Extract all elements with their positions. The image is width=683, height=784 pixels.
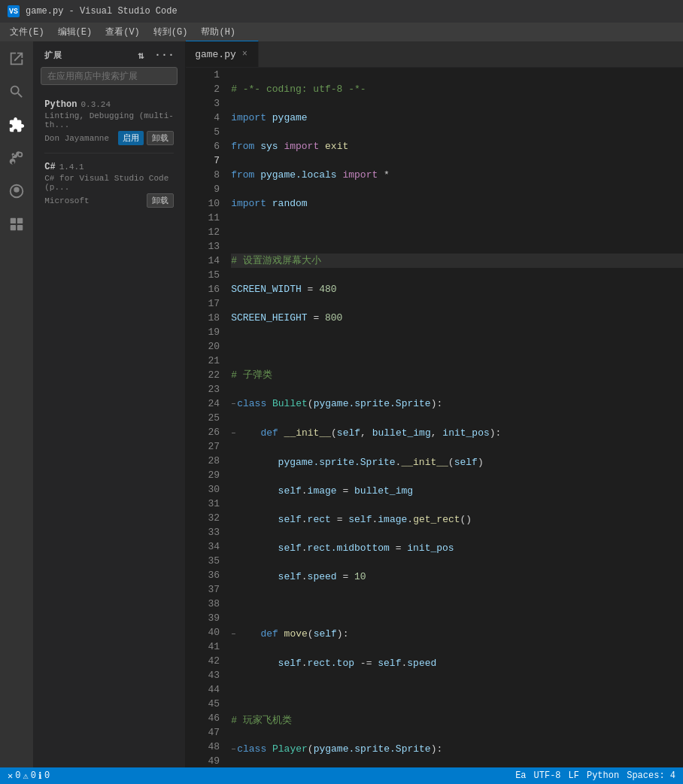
ext-python-version: 0.3.24 (80, 100, 111, 109)
status-line-ending[interactable]: LF (569, 770, 579, 781)
sidebar: 扩展 ⇅ ··· Python0.3.24 Linting, Debugging… (33, 41, 186, 767)
activity-debug[interactable] (3, 178, 30, 205)
tab-close-btn[interactable]: × (241, 48, 249, 60)
status-right: Ea UTF-8 LF Python Spaces: 4 (515, 770, 675, 781)
title-text: game.py - Visual Studio Code (26, 6, 178, 17)
sidebar-title: 扩展 (44, 50, 62, 61)
ext-python-disable-btn[interactable]: 卸载 (147, 131, 174, 145)
ext-csharp-author: Microsoft (44, 196, 89, 205)
code-editor[interactable]: 1 2 3 4 5 6 7 8 9 10 11 12 13 14 15 16 1… (186, 68, 683, 767)
title-bar: VS game.py - Visual Studio Code (0, 0, 683, 23)
ext-python-author: Don Jayamanne (44, 134, 109, 143)
svg-rect-1 (17, 218, 23, 223)
activity-search[interactable] (3, 78, 30, 105)
line-numbers: 1 2 3 4 5 6 7 8 9 10 11 12 13 14 15 16 1… (186, 68, 227, 767)
menu-edit[interactable]: 编辑(E) (52, 23, 99, 41)
menu-goto[interactable]: 转到(G) (147, 23, 194, 41)
status-python-indicator[interactable]: Ea (515, 770, 526, 781)
menu-view[interactable]: 查看(V) (99, 23, 146, 41)
ext-csharp-desc: C# for Visual Studio Code (p... (44, 174, 174, 192)
ext-python-enable-btn[interactable]: 启用 (118, 131, 144, 145)
error-count: 0 (15, 770, 20, 781)
main-layout: 扩展 ⇅ ··· Python0.3.24 Linting, Debugging… (0, 41, 683, 767)
svg-rect-2 (11, 225, 16, 230)
status-encoding[interactable]: UTF-8 (534, 770, 561, 781)
info-count: 0 (44, 770, 50, 781)
ext-python-desc: Linting, Debugging (multi-th... (44, 111, 174, 129)
activity-git[interactable] (3, 144, 30, 172)
activity-remote[interactable] (3, 211, 30, 238)
editor-area: game.py × 1 2 3 4 5 6 7 8 9 10 11 12 13 … (186, 41, 683, 767)
sidebar-more-icon[interactable]: ··· (151, 47, 178, 63)
app-icon: VS (8, 5, 20, 17)
tab-gamepy[interactable]: game.py × (186, 41, 259, 67)
extensions-section: Python0.3.24 Linting, Debugging (multi-t… (33, 91, 185, 215)
language-text: Python (587, 770, 619, 781)
svg-rect-0 (11, 218, 16, 223)
status-left: ✕ 0 ⚠ 0 ℹ 0 (8, 770, 50, 782)
sidebar-sort-icon[interactable]: ⇅ (135, 47, 147, 63)
status-errors[interactable]: ✕ 0 ⚠ 0 ℹ 0 (8, 770, 50, 782)
spaces-text: Spaces: 4 (627, 770, 675, 781)
status-bar: ✕ 0 ⚠ 0 ℹ 0 Ea UTF-8 LF Python Spaces: 4 (0, 767, 683, 784)
warning-count: 0 (31, 770, 36, 781)
error-icon: ✕ (8, 770, 13, 782)
extension-csharp[interactable]: C#1.4.1 C# for Visual Studio Code (p... … (41, 156, 178, 212)
encoding-text: UTF-8 (534, 770, 561, 781)
status-language[interactable]: Python (587, 770, 619, 781)
status-spaces[interactable]: Spaces: 4 (627, 770, 675, 781)
svg-rect-3 (17, 225, 23, 230)
sidebar-header-icons: ⇅ ··· (135, 47, 178, 63)
ext-csharp-version: 1.4.1 (59, 163, 84, 172)
menu-bar: 文件(E) 编辑(E) 查看(V) 转到(G) 帮助(H) (0, 23, 683, 41)
menu-file[interactable]: 文件(E) (4, 23, 50, 41)
menu-help[interactable]: 帮助(H) (195, 23, 241, 41)
ext-csharp-name: C# (44, 162, 55, 172)
ext-python-name: Python (44, 99, 77, 110)
activity-explorer[interactable] (3, 45, 30, 72)
activity-bar (0, 41, 33, 767)
line-ending-text: LF (569, 770, 579, 781)
extension-search-input[interactable] (41, 67, 178, 85)
info-icon: ℹ (38, 770, 42, 782)
code-content[interactable]: # -*- coding: utf-8 -*- import pygame fr… (227, 68, 683, 767)
ext-csharp-disable-btn[interactable]: 卸载 (147, 193, 174, 208)
activity-extensions[interactable] (3, 111, 30, 138)
tab-bar: game.py × (186, 41, 683, 68)
extension-python[interactable]: Python0.3.24 Linting, Debugging (multi-t… (41, 94, 178, 150)
python-status-text: Ea (515, 770, 526, 781)
warning-icon: ⚠ (23, 770, 28, 782)
tab-label: game.py (195, 49, 236, 60)
sidebar-header: 扩展 ⇅ ··· (33, 41, 185, 67)
